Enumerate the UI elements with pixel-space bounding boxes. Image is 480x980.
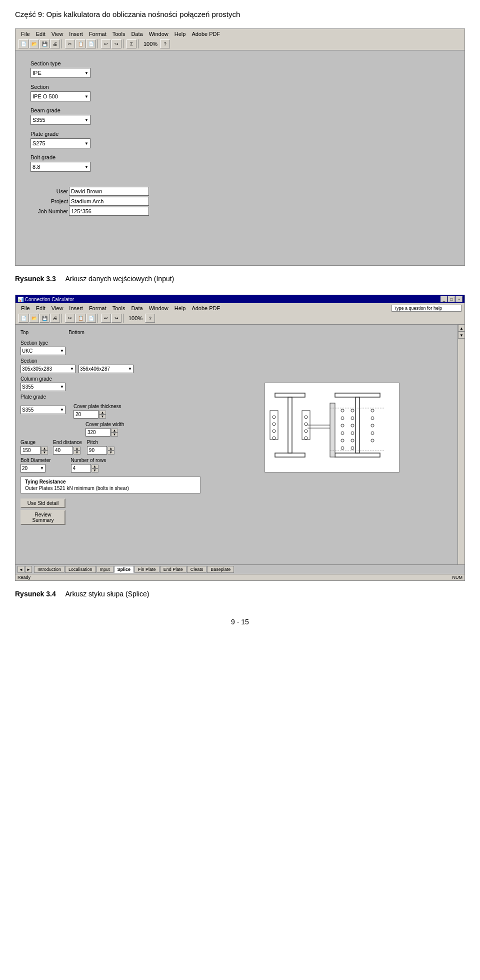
tb2-btn-help[interactable]: ? (145, 314, 155, 323)
tb2-btn-open[interactable]: 📂 (29, 314, 39, 323)
menu-file-1[interactable]: File (18, 30, 32, 37)
tab-end-plate[interactable]: End Plate (160, 566, 186, 573)
menu-insert-1[interactable]: Insert (66, 30, 86, 37)
menu-insert-2[interactable]: Insert (66, 305, 86, 312)
tb2-btn-cut[interactable]: ✂ (65, 314, 75, 323)
menu-window-2[interactable]: Window (146, 305, 171, 312)
gauge-down[interactable]: ▼ (41, 451, 48, 455)
tab-cleats[interactable]: Cleats (187, 566, 207, 573)
tb2-btn-redo[interactable]: ↪ (112, 314, 122, 323)
bolt-row: Bolt Diameter 20 ▼ Number of rows (20, 458, 200, 473)
vertical-scrollbar[interactable]: ▲ ▼ (458, 325, 464, 564)
tb-btn-print[interactable]: 🖨 (50, 39, 60, 48)
menu-help-1[interactable]: Help (172, 30, 188, 37)
ss2-plate-grade-select[interactable]: S355 ▼ (20, 406, 66, 414)
tab-next-btn[interactable]: ► (25, 566, 32, 573)
end-distance-down[interactable]: ▼ (74, 451, 80, 455)
help-search-box[interactable]: Type a question for help (392, 305, 462, 312)
pitch-down[interactable]: ▼ (108, 451, 114, 455)
ss2-main-content: Top Bottom Section type UKC ▼ Section (16, 325, 464, 564)
menu-format-2[interactable]: Format (86, 305, 109, 312)
tab-introduction[interactable]: Introduction (34, 566, 64, 573)
tb2-btn-print[interactable]: 🖨 (50, 314, 60, 323)
cover-plate-width-input[interactable] (86, 428, 110, 437)
scroll-up-btn[interactable]: ▲ (458, 325, 465, 332)
tab-localisation[interactable]: Localisation (65, 566, 96, 573)
tab-splice[interactable]: Splice (114, 566, 134, 573)
tb2-btn-copy[interactable]: 📋 (76, 314, 86, 323)
bolt-diameter-select[interactable]: 20 ▼ (20, 464, 46, 473)
tab-input[interactable]: Input (96, 566, 114, 573)
menu-data-2[interactable]: Data (128, 305, 145, 312)
minimize-btn[interactable]: _ (440, 296, 448, 302)
tb-btn-sigma[interactable]: Σ (126, 39, 136, 48)
tb-btn-cut[interactable]: ✂ (65, 39, 75, 48)
end-distance-input[interactable] (53, 446, 73, 455)
menu-file-2[interactable]: File (18, 305, 32, 312)
cover-plate-width-up[interactable]: ▲ (111, 429, 118, 433)
menu-help-2[interactable]: Help (172, 305, 188, 312)
section-type-select[interactable]: IPE ▼ (30, 68, 90, 78)
status-mode: NUM (452, 575, 463, 580)
tb2-btn-undo[interactable]: ↩ (101, 314, 111, 323)
close-btn[interactable]: × (456, 296, 462, 302)
project-input[interactable] (69, 197, 149, 206)
bolt-grade-value: 8.8 (32, 164, 40, 170)
tb-btn-undo[interactable]: ↩ (101, 39, 111, 48)
gauge-label: Gauge (20, 440, 48, 445)
plate-grade-select-1[interactable]: S275 ▼ (30, 138, 90, 148)
end-distance-up[interactable]: ▲ (74, 447, 80, 451)
beam-grade-select[interactable]: S355 ▼ (30, 115, 90, 125)
cover-plate-thickness-up[interactable]: ▲ (99, 411, 106, 415)
gauge-input[interactable] (20, 446, 40, 455)
menu-view-1[interactable]: View (49, 30, 66, 37)
tb2-btn-paste[interactable]: 📄 (86, 314, 96, 323)
ss2-col-grade-value: S355 (22, 384, 34, 390)
tb2-btn-save[interactable]: 💾 (40, 314, 50, 323)
tb-btn-paste[interactable]: 📄 (86, 39, 96, 48)
tab-baseplate[interactable]: Baseplate (207, 566, 234, 573)
menu-tools-2[interactable]: Tools (110, 305, 128, 312)
menu-window-1[interactable]: Window (146, 30, 171, 37)
menu-adobe-1[interactable]: Adobe PDF (189, 30, 222, 37)
cover-plate-thickness-down[interactable]: ▼ (99, 415, 106, 419)
menu-edit-2[interactable]: Edit (34, 305, 48, 312)
review-summary-button[interactable]: Review Summary (20, 510, 66, 525)
menu-view-2[interactable]: View (49, 305, 66, 312)
section-select[interactable]: IPE O 500 ▼ (30, 91, 90, 101)
tb-btn-new[interactable]: 📄 (18, 39, 28, 48)
bolt-grade-select[interactable]: 8.8 ▼ (30, 162, 90, 172)
num-rows-input[interactable] (71, 464, 91, 473)
ss2-section-bottom-select[interactable]: 356x406x287 ▼ (78, 365, 134, 373)
num-rows-down[interactable]: ▼ (92, 469, 98, 473)
tb-btn-save[interactable]: 💾 (40, 39, 50, 48)
cover-plate-thickness-label: Cover plate thickness (74, 404, 122, 409)
ss2-col-grade-select[interactable]: S355 ▼ (20, 383, 66, 391)
tb-btn-help[interactable]: ? (160, 39, 170, 48)
maximize-btn[interactable]: □ (448, 296, 455, 302)
job-input[interactable] (69, 207, 149, 216)
end-dist-col: End distance ▲ ▼ (53, 440, 82, 455)
menu-adobe-2[interactable]: Adobe PDF (189, 305, 222, 312)
ss2-section-type-select[interactable]: UKC ▼ (20, 347, 66, 355)
ss2-section-top-select[interactable]: 305x305x283 ▼ (20, 365, 76, 373)
tb-btn-open[interactable]: 📂 (29, 39, 39, 48)
use-std-detail-button[interactable]: Use Std detail (20, 498, 66, 508)
menu-format-1[interactable]: Format (86, 30, 109, 37)
menu-data-1[interactable]: Data (128, 30, 145, 37)
tb-btn-redo[interactable]: ↪ (112, 39, 122, 48)
pitch-input[interactable] (87, 446, 107, 455)
num-rows-up[interactable]: ▲ (92, 465, 98, 469)
scroll-down-btn[interactable]: ▼ (458, 332, 465, 339)
cover-plate-thickness-input[interactable] (74, 410, 98, 419)
tab-prev-btn[interactable]: ◄ (18, 566, 24, 573)
tab-fin-plate[interactable]: Fin Plate (134, 566, 160, 573)
cover-plate-width-down[interactable]: ▼ (111, 433, 118, 437)
gauge-up[interactable]: ▲ (41, 447, 48, 451)
menu-edit-1[interactable]: Edit (34, 30, 48, 37)
tb-btn-copy[interactable]: 📋 (76, 39, 86, 48)
user-input[interactable] (69, 187, 149, 196)
pitch-up[interactable]: ▲ (108, 447, 114, 451)
menu-tools-1[interactable]: Tools (110, 30, 128, 37)
tb2-btn-new[interactable]: 📄 (18, 314, 28, 323)
